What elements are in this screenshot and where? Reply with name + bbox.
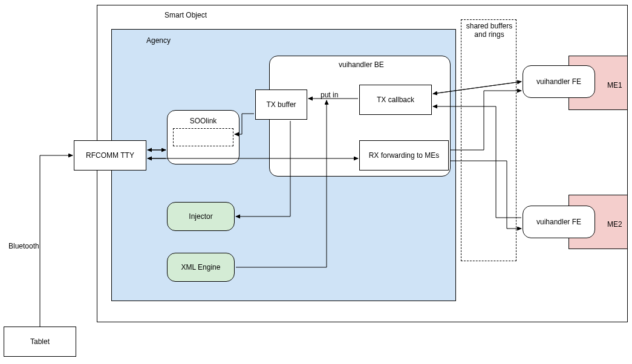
shared-buffers-container	[461, 19, 516, 261]
soolink-inner	[173, 128, 233, 146]
vuihandler-fe-2-label: vuihandler FE	[536, 218, 581, 226]
xml-engine-node: XML Engine	[167, 253, 235, 282]
tx-buffer-node: TX buffer	[255, 89, 307, 120]
me2-label: ME2	[607, 220, 622, 229]
put-in-label: put in	[321, 91, 338, 99]
smart-object-label: Smart Object	[165, 11, 207, 19]
agency-label: Agency	[146, 36, 171, 45]
tx-callback-node: TX callback	[359, 85, 432, 115]
rx-forwarding-node: RX forwarding to MEs	[359, 140, 449, 171]
me1-label: ME1	[607, 81, 622, 89]
vuihandler-fe-1-label: vuihandler FE	[536, 77, 581, 86]
injector-label: Injector	[189, 212, 212, 221]
rfcomm-tty-node: RFCOMM TTY	[74, 140, 146, 171]
tablet-node: Tablet	[4, 327, 76, 357]
vuihandler-fe-1: vuihandler FE	[523, 65, 595, 98]
tx-callback-label: TX callback	[377, 96, 414, 104]
shared-buffers-label: shared buffers and rings	[464, 22, 514, 39]
vuihandler-be-label: vuihandler BE	[339, 60, 384, 69]
injector-node: Injector	[167, 202, 235, 231]
rx-forwarding-label: RX forwarding to MEs	[369, 151, 440, 160]
tx-buffer-label: TX buffer	[266, 100, 296, 109]
soolink-label: SOOlink	[190, 117, 217, 125]
bluetooth-label: Bluetooth	[8, 242, 39, 250]
tablet-label: Tablet	[30, 337, 50, 346]
vuihandler-fe-2: vuihandler FE	[523, 206, 595, 238]
rfcomm-tty-label: RFCOMM TTY	[86, 151, 134, 160]
xml-engine-label: XML Engine	[181, 263, 221, 271]
